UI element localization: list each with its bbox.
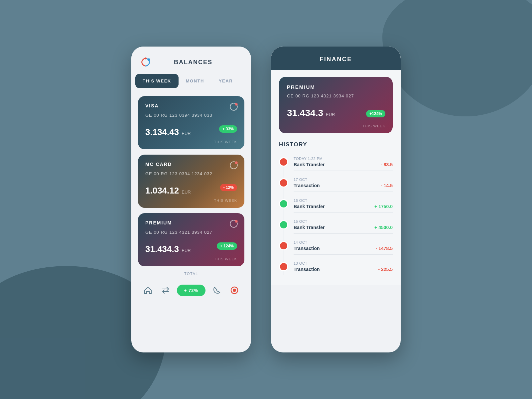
history-item-4: 14 OCT Transaction - 1478.5 bbox=[279, 237, 393, 258]
right-phone: FINANCE PREMIUM GE 00 RG 123 4321 3934 0… bbox=[271, 47, 401, 352]
bottom-nav: + 72% bbox=[131, 279, 251, 306]
mc-card-name: MC CARD bbox=[145, 162, 172, 167]
history-label-0: Bank transfer bbox=[294, 162, 325, 167]
premium-left-badge: + 124% bbox=[217, 242, 237, 250]
svg-point-1 bbox=[145, 58, 147, 60]
history-content-3: 15 OCT Bank transfer + 4500.0 bbox=[294, 219, 393, 234]
premium-left-currency: EUR bbox=[182, 248, 191, 253]
mc-currency: EUR bbox=[182, 190, 191, 195]
premium-left-period: THIS WEEK bbox=[214, 257, 237, 261]
logo-icon bbox=[139, 56, 152, 68]
history-item-5: 13 OCT Transaction - 225.5 bbox=[279, 258, 393, 279]
tabs-row: THIS WEEK MONTH YEAR bbox=[131, 74, 251, 92]
premium-left-card-number: GE 00 RG 123 4321 3934 027 bbox=[145, 230, 237, 235]
history-item-1: 17 OCT Transaction - 14.5 bbox=[279, 174, 393, 195]
history-date-3: 15 OCT bbox=[294, 219, 393, 223]
phone-icon[interactable] bbox=[211, 284, 223, 296]
timeline-dot-4 bbox=[279, 241, 288, 250]
history-label-3: Bank transfer bbox=[294, 225, 325, 230]
history-row-5: Transaction - 225.5 bbox=[294, 267, 393, 272]
history-content-2: 16 OCT Bank transfer + 1750.0 bbox=[294, 199, 393, 213]
visa-card: VISA GE 00 RG 123 0394 3934 033 + 33% 3.… bbox=[138, 96, 244, 149]
record-icon[interactable] bbox=[228, 284, 240, 296]
mc-amount: 1.034.12 bbox=[145, 186, 179, 196]
finance-premium-amount: 31.434.3 bbox=[287, 108, 323, 118]
tab-year[interactable]: YEAR bbox=[211, 74, 240, 88]
history-content-1: 17 OCT Transaction - 14.5 bbox=[294, 178, 393, 192]
premium-left-amount: 31.434.3 bbox=[145, 244, 179, 254]
history-label-5: Transaction bbox=[294, 267, 320, 272]
visa-currency: EUR bbox=[182, 131, 191, 136]
finance-premium-card-name: PREMIUM bbox=[287, 84, 315, 90]
history-row-2: Bank transfer + 1750.0 bbox=[294, 204, 393, 209]
finance-title: FINANCE bbox=[320, 56, 352, 63]
history-content-0: Today 1:22 pm Bank transfer - 83.5 bbox=[294, 157, 393, 171]
visa-card-name: VISA bbox=[145, 103, 159, 108]
history-row-1: Transaction - 14.5 bbox=[294, 183, 393, 188]
timeline-dot-5 bbox=[279, 262, 288, 271]
finance-premium-badge: +124% bbox=[366, 110, 385, 117]
visa-badge: + 33% bbox=[219, 125, 237, 133]
visa-period: THIS WEEK bbox=[214, 140, 237, 144]
history-title: HISTORY bbox=[279, 141, 393, 148]
history-date-4: 14 OCT bbox=[294, 240, 393, 244]
timeline-dot-2 bbox=[279, 199, 288, 208]
history-row-4: Transaction - 1478.5 bbox=[294, 246, 393, 251]
svg-point-7 bbox=[235, 220, 238, 223]
history-label-4: Transaction bbox=[294, 246, 320, 251]
history-row-3: Bank transfer + 4500.0 bbox=[294, 225, 393, 230]
total-label: TOTAL bbox=[131, 270, 251, 276]
history-date-2: 16 OCT bbox=[294, 199, 393, 202]
history-amount-0: - 83.5 bbox=[381, 162, 393, 167]
history-date-1: 17 OCT bbox=[294, 178, 393, 182]
svg-point-3 bbox=[235, 103, 238, 106]
history-item-0: Today 1:22 pm Bank transfer - 83.5 bbox=[279, 153, 393, 174]
svg-point-9 bbox=[233, 289, 236, 292]
history-date-0: Today 1:22 pm bbox=[294, 157, 393, 161]
mc-badge: - 12% bbox=[220, 184, 237, 191]
history-item-2: 16 OCT Bank transfer + 1750.0 bbox=[279, 195, 393, 216]
history-list: Today 1:22 pm Bank transfer - 83.5 17 OC… bbox=[279, 153, 393, 279]
transfer-icon[interactable] bbox=[160, 284, 172, 296]
history-date-5: 13 OCT bbox=[294, 261, 393, 265]
history-row-0: Bank transfer - 83.5 bbox=[294, 162, 393, 167]
history-label-1: Transaction bbox=[294, 183, 320, 188]
premium-chip-icon bbox=[229, 219, 238, 228]
card-chip-icon bbox=[229, 102, 238, 111]
timeline-dot-0 bbox=[279, 157, 288, 167]
svg-point-5 bbox=[235, 161, 238, 164]
history-amount-4: - 1478.5 bbox=[376, 246, 393, 251]
finance-premium-card: PREMIUM GE 00 RG 123 4321 3934 027 +124%… bbox=[279, 77, 393, 133]
home-icon[interactable] bbox=[142, 284, 154, 296]
finance-premium-card-number: GE 00 RG 123 4321 3934 027 bbox=[287, 93, 385, 98]
cards-section: VISA GE 00 RG 123 0394 3934 033 + 33% 3.… bbox=[131, 92, 251, 270]
history-content-4: 14 OCT Transaction - 1478.5 bbox=[294, 240, 393, 255]
history-amount-1: - 14.5 bbox=[381, 183, 393, 188]
timeline-dot-3 bbox=[279, 220, 288, 229]
finance-premium-currency: EUR bbox=[326, 112, 335, 117]
premium-left-card-name: PREMIUM bbox=[145, 220, 172, 225]
total-button[interactable]: + 72% bbox=[177, 285, 205, 296]
mc-period: THIS WEEK bbox=[214, 199, 237, 202]
visa-card-number: GE 00 RG 123 0394 3934 033 bbox=[145, 113, 237, 118]
visa-amount: 3.134.43 bbox=[145, 127, 179, 137]
left-phone: BALANCES THIS WEEK MONTH YEAR VISA GE 00… bbox=[131, 47, 251, 352]
tab-month[interactable]: MONTH bbox=[179, 74, 211, 88]
timeline-dot-1 bbox=[279, 178, 288, 188]
left-phone-title: BALANCES bbox=[156, 59, 243, 66]
history-label-2: Bank transfer bbox=[294, 204, 325, 209]
phones-container: BALANCES THIS WEEK MONTH YEAR VISA GE 00… bbox=[131, 47, 401, 352]
history-item-3: 15 OCT Bank transfer + 4500.0 bbox=[279, 216, 393, 237]
svg-point-0 bbox=[148, 59, 150, 61]
premium-card-left: PREMIUM GE 00 RG 123 4321 3934 027 + 124… bbox=[138, 213, 244, 266]
tab-this-week[interactable]: THIS WEEK bbox=[135, 74, 179, 88]
history-amount-5: - 225.5 bbox=[378, 267, 393, 272]
history-content-5: 13 OCT Transaction - 225.5 bbox=[294, 261, 393, 275]
mc-card-number: GE 00 RG 123 0394 1234 032 bbox=[145, 171, 237, 176]
history-amount-3: + 4500.0 bbox=[374, 225, 393, 230]
finance-header: FINANCE bbox=[271, 47, 401, 70]
finance-body: PREMIUM GE 00 RG 123 4321 3934 027 +124%… bbox=[271, 70, 401, 285]
mc-chip-icon bbox=[229, 161, 238, 170]
finance-premium-period: THIS WEEK bbox=[362, 124, 385, 128]
history-amount-2: + 1750.0 bbox=[374, 204, 393, 209]
